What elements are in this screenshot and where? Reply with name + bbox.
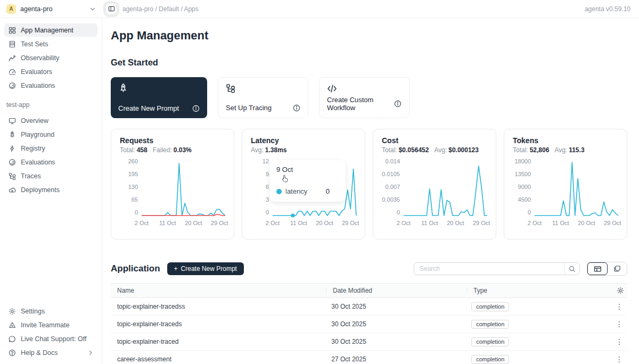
app-name-cell: topic-explainer-traced — [111, 338, 325, 345]
type-badge: completion — [471, 320, 509, 329]
y-axis-ticks: 260195130650 — [120, 158, 138, 216]
column-header-type[interactable]: Type — [466, 287, 607, 294]
breadcrumb[interactable]: agenta-pro / Default / Apps — [122, 5, 199, 13]
sidebar-item-evaluators[interactable]: Evaluators — [4, 65, 97, 78]
sidebar-item-deployments[interactable]: Deployments — [4, 183, 97, 196]
tree-icon — [9, 172, 16, 180]
metrics-charts: Requests Total:458Failed:0.03% 260195130… — [111, 129, 627, 239]
tooltip-date: 9 Oct — [276, 166, 339, 173]
table-row[interactable]: topic-explainer-tracedss30 Oct 2025compl… — [111, 298, 627, 316]
search-input[interactable] — [414, 265, 564, 272]
row-menu-button[interactable]: ⋮ — [611, 320, 627, 328]
set-up-tracing-card[interactable]: Set Up Tracing — [218, 77, 308, 118]
row-menu-button[interactable]: ⋮ — [611, 355, 627, 363]
table-body: topic-explainer-tracedss30 Oct 2025compl… — [111, 298, 627, 364]
sidebar-item-label: Deployments — [21, 186, 60, 194]
type-badge: completion — [471, 302, 509, 311]
row-actions: ⋮ — [605, 337, 627, 346]
sidebar-item-live-chat[interactable]: Live Chat Support: Off — [4, 332, 97, 345]
sidebar-item-traces[interactable]: Traces — [4, 169, 97, 183]
table-row[interactable]: topic-explainer-traceds30 Oct 2025comple… — [111, 316, 627, 333]
chart-stat: Failed:0.03% — [153, 146, 192, 154]
sidebar-item-label: Settings — [21, 308, 45, 315]
create-new-prompt-button[interactable]: + Create New Prompt — [167, 262, 244, 275]
type-cell: completion — [465, 337, 605, 346]
sidebar-item-settings[interactable]: Settings — [4, 304, 97, 318]
sidebar-item-app-evaluations[interactable]: Evaluations — [4, 155, 97, 169]
row-menu-button[interactable]: ⋮ — [611, 302, 627, 311]
table-row[interactable]: topic-explainer-traced30 Oct 2025complet… — [111, 333, 627, 351]
sidebar-item-test-sets[interactable]: Test Sets — [4, 37, 97, 51]
main-content: App Management Get Started Create New Pr… — [102, 18, 639, 364]
sidebar-item-label: Evaluations — [21, 82, 55, 89]
date-modified-cell: 30 Oct 2025 — [325, 303, 465, 310]
column-settings[interactable] — [607, 287, 627, 294]
view-toggle — [587, 262, 627, 276]
chart-tooltip: 9 Oct latency 0 — [270, 160, 346, 202]
chart-stats: Total:458Failed:0.03% — [120, 146, 225, 154]
chart-stat: Avg:115.3 — [554, 146, 584, 154]
topbar: A agenta-pro agenta-pro / Default / Apps… — [0, 0, 639, 18]
sidebar-item-label: Test Sets — [21, 40, 48, 48]
row-actions: ⋮ — [605, 302, 627, 311]
column-header-name[interactable]: Name — [111, 287, 326, 294]
chart-stat: Total:52,806 — [513, 146, 549, 154]
app-name-cell: topic-explainer-tracedss — [111, 303, 325, 310]
application-header: Application + Create New Prompt — [111, 262, 627, 276]
sidebar-item-app-management[interactable]: App Management — [4, 23, 97, 37]
type-cell: completion — [465, 320, 605, 329]
grid-icon — [9, 27, 16, 34]
chart-stats: Total:52,806Avg:115.3 — [513, 146, 618, 154]
create-new-prompt-card[interactable]: Create New Prompt — [111, 77, 207, 118]
date-modified-cell: 27 Oct 2025 — [325, 355, 465, 363]
sidebar-item-label: Help & Docs — [21, 349, 58, 357]
column-header-date-modified[interactable]: Date Modified — [326, 287, 466, 294]
row-actions: ⋮ — [605, 320, 627, 328]
search-icon[interactable] — [564, 263, 579, 275]
sidebar-item-label: Registry — [21, 145, 45, 152]
tokens-chart-card: Tokens Total:52,806Avg:115.3 18000135009… — [504, 129, 627, 239]
sidebar-item-evaluations[interactable]: Evaluations — [4, 79, 97, 92]
table-header: Name Date Modified Type — [111, 283, 627, 298]
info-icon[interactable] — [192, 105, 200, 112]
date-modified-cell: 30 Oct 2025 — [325, 338, 465, 345]
monitor-icon — [9, 117, 16, 125]
sidebar-item-label: Playground — [21, 131, 54, 138]
sidebar-item-help-docs[interactable]: Help & Docs — [4, 346, 97, 359]
type-cell: completion — [465, 355, 605, 364]
app-name-cell: career-assessment — [111, 355, 325, 363]
line-chart — [535, 160, 618, 217]
y-axis-ticks: 1800013500900045000 — [513, 158, 531, 216]
gauge-icon — [9, 68, 16, 76]
x-axis-labels: 2 Oct11 Oct20 Oct29 Oct — [535, 220, 618, 227]
rocket-icon — [9, 131, 16, 138]
sidebar-item-observability[interactable]: Observability — [4, 51, 97, 64]
chevron-right-icon — [88, 350, 93, 355]
rocket-icon — [118, 83, 200, 93]
lightning-icon — [9, 145, 16, 152]
speedometer-icon — [9, 82, 16, 89]
cursor-hand-icon — [281, 175, 289, 183]
sidebar-item-playground[interactable]: Playground — [4, 128, 97, 141]
workspace-selector[interactable]: A agenta-pro — [0, 0, 102, 18]
chevron-down-icon — [89, 6, 96, 12]
tree-icon — [226, 84, 300, 93]
sidebar-collapse-button[interactable] — [105, 3, 117, 15]
sidebar-item-label: Traces — [21, 172, 41, 180]
tooltip-value: 0 — [326, 187, 339, 195]
sidebar-item-label: Invite Teammate — [21, 321, 69, 329]
sidebar-item-overview[interactable]: Overview — [4, 114, 97, 127]
chart-stat: Avg:1.38ms — [251, 146, 287, 154]
card-label: Create Custom Workflow — [327, 96, 394, 112]
workspace-name: agenta-pro — [20, 5, 85, 13]
row-menu-button[interactable]: ⋮ — [611, 337, 627, 346]
table-view-button[interactable] — [587, 262, 608, 275]
table-row[interactable]: career-assessment27 Oct 2025completion⋮ — [111, 351, 627, 364]
sidebar-item-registry[interactable]: Registry — [4, 142, 97, 155]
y-axis-ticks: 129630 — [251, 158, 269, 216]
create-custom-workflow-card[interactable]: Create Custom Workflow — [319, 77, 409, 118]
sidebar-item-invite-teammate[interactable]: Invite Teammate — [4, 318, 97, 332]
info-icon[interactable] — [293, 104, 300, 112]
card-view-button[interactable] — [608, 262, 627, 275]
info-icon[interactable] — [394, 100, 402, 107]
